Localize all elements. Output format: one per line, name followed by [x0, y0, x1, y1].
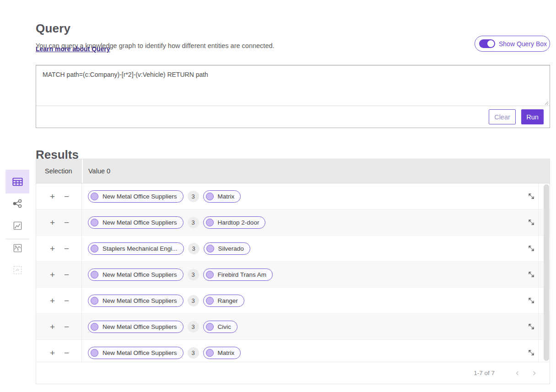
- query-input[interactable]: MATCH path=(c:Company)-[r*2]-(v:Vehicle)…: [36, 65, 550, 106]
- chevron-left-icon: [514, 370, 521, 376]
- page-title: Query: [36, 21, 70, 36]
- value-cell: New Metal Office Suppliers 3 Matrix: [82, 340, 522, 362]
- entity-label: Ranger: [218, 297, 238, 304]
- add-selection-button[interactable]: +: [50, 244, 55, 253]
- expand-icon: [527, 192, 535, 200]
- entity-label: New Metal Office Suppliers: [103, 349, 177, 356]
- clear-button[interactable]: Clear: [489, 109, 516, 124]
- expand-icon: [527, 322, 535, 331]
- expand-icon: [527, 296, 535, 305]
- value-cell: New Metal Office Suppliers 3 Firebird Tr…: [82, 262, 522, 287]
- selection-cell: + −: [36, 340, 82, 362]
- vertical-scrollbar[interactable]: [544, 183, 550, 362]
- entity-pill-vehicle[interactable]: Silverado: [204, 242, 250, 255]
- sidebar-item-chart-view[interactable]: [5, 215, 29, 236]
- expand-icon: [527, 244, 535, 252]
- hop-count-badge: 3: [188, 243, 200, 254]
- table-row: + − Staplers Mechanical Engi... 3 Silver…: [36, 236, 550, 262]
- entity-pill-company[interactable]: New Metal Office Suppliers: [88, 295, 184, 307]
- entity-pill-company[interactable]: New Metal Office Suppliers: [88, 321, 184, 333]
- expand-result-button[interactable]: [522, 183, 540, 209]
- custom-view-icon: [12, 265, 23, 275]
- query-toolbar: Clear Run: [36, 106, 550, 128]
- hop-count-badge: 3: [188, 269, 199, 280]
- table-view-icon: [11, 176, 24, 188]
- vertex-dot-icon: [206, 245, 214, 252]
- value-cell: New Metal Office Suppliers 3 Ranger: [82, 288, 522, 313]
- scrollbar-thumb[interactable]: [544, 184, 549, 361]
- table-row: + − New Metal Office Suppliers 3 Hardtop…: [36, 209, 550, 236]
- remove-selection-button[interactable]: −: [64, 322, 69, 331]
- toggle-switch-icon[interactable]: [479, 39, 495, 48]
- table-row: + − New Metal Office Suppliers 3 Matrix: [36, 340, 550, 362]
- graph-view-icon: [12, 198, 23, 209]
- remove-selection-button[interactable]: −: [64, 244, 69, 253]
- entity-label: Matrix: [218, 193, 235, 200]
- expand-result-button[interactable]: [522, 288, 540, 313]
- add-selection-button[interactable]: +: [50, 296, 55, 305]
- sidebar-item-table-view[interactable]: [5, 170, 29, 193]
- entity-pill-company[interactable]: New Metal Office Suppliers: [88, 190, 184, 203]
- entity-pill-vehicle[interactable]: Civic: [203, 321, 238, 333]
- add-selection-button[interactable]: +: [50, 192, 55, 201]
- entity-pill-company[interactable]: New Metal Office Suppliers: [88, 347, 184, 359]
- expand-result-button[interactable]: [522, 314, 540, 339]
- selection-cell: + −: [36, 262, 82, 287]
- learn-more-link[interactable]: Learn more about Query: [36, 45, 110, 53]
- entity-label: New Metal Office Suppliers: [103, 297, 177, 304]
- sidebar-item-map-view[interactable]: [5, 238, 29, 258]
- hop-count-badge: 3: [188, 347, 199, 359]
- selection-cell: + −: [36, 236, 82, 261]
- expand-result-button[interactable]: [522, 262, 540, 287]
- sidebar-item-custom-view: [5, 260, 29, 280]
- add-selection-button[interactable]: +: [50, 270, 55, 279]
- previous-page-button[interactable]: [512, 368, 523, 379]
- expand-result-button[interactable]: [522, 340, 540, 362]
- expand-result-button[interactable]: [522, 209, 540, 235]
- entity-label: New Metal Office Suppliers: [103, 219, 177, 226]
- remove-selection-button[interactable]: −: [64, 270, 69, 279]
- expand-result-button[interactable]: [522, 236, 540, 261]
- column-header-value0: Value 0: [83, 167, 550, 175]
- entity-pill-company[interactable]: Staplers Mechanical Engi...: [88, 242, 184, 255]
- add-selection-button[interactable]: +: [50, 218, 55, 227]
- toggle-label: Show Query Box: [499, 40, 547, 48]
- chart-view-icon: [12, 220, 23, 231]
- entity-label: New Metal Office Suppliers: [103, 193, 177, 200]
- entity-label: Civic: [218, 323, 231, 330]
- remove-selection-button[interactable]: −: [64, 218, 69, 227]
- selection-cell: + −: [36, 314, 82, 339]
- entity-label: New Metal Office Suppliers: [103, 271, 177, 278]
- hop-count-badge: 3: [188, 217, 199, 228]
- entity-label: Staplers Mechanical Engi...: [103, 245, 178, 252]
- entity-pill-vehicle[interactable]: Matrix: [203, 347, 241, 359]
- resize-handle-icon[interactable]: [544, 100, 549, 105]
- remove-selection-button[interactable]: −: [64, 192, 69, 201]
- entity-pill-company[interactable]: New Metal Office Suppliers: [88, 216, 184, 229]
- add-selection-button[interactable]: +: [50, 349, 55, 357]
- chevron-right-icon: [531, 370, 537, 376]
- vertex-dot-icon: [91, 349, 98, 357]
- entity-pill-vehicle[interactable]: Matrix: [203, 190, 241, 203]
- toggle-knob: [487, 40, 494, 47]
- remove-selection-button[interactable]: −: [64, 349, 69, 357]
- expand-icon: [527, 349, 535, 357]
- sidebar-item-graph-view[interactable]: [5, 193, 29, 214]
- entity-pill-vehicle[interactable]: Ranger: [203, 295, 244, 307]
- value-cell: New Metal Office Suppliers 3 Hardtop 2-d…: [82, 209, 522, 235]
- hop-count-badge: 3: [188, 295, 199, 306]
- selection-cell: + −: [36, 183, 82, 209]
- entity-pill-vehicle[interactable]: Firebird Trans Am: [203, 268, 273, 281]
- entity-pill-vehicle[interactable]: Hardtop 2-door: [203, 216, 266, 229]
- vertex-dot-icon: [206, 349, 214, 357]
- add-selection-button[interactable]: +: [50, 322, 55, 331]
- remove-selection-button[interactable]: −: [64, 296, 69, 305]
- vertex-dot-icon: [91, 193, 98, 200]
- next-page-button[interactable]: [529, 368, 540, 379]
- entity-label: New Metal Office Suppliers: [103, 323, 177, 330]
- table-row: + − New Metal Office Suppliers 3 Firebir…: [36, 262, 550, 288]
- entity-pill-company[interactable]: New Metal Office Suppliers: [88, 268, 184, 281]
- vertex-dot-icon: [206, 323, 214, 331]
- show-query-box-toggle[interactable]: Show Query Box: [475, 36, 550, 52]
- run-button[interactable]: Run: [521, 109, 544, 124]
